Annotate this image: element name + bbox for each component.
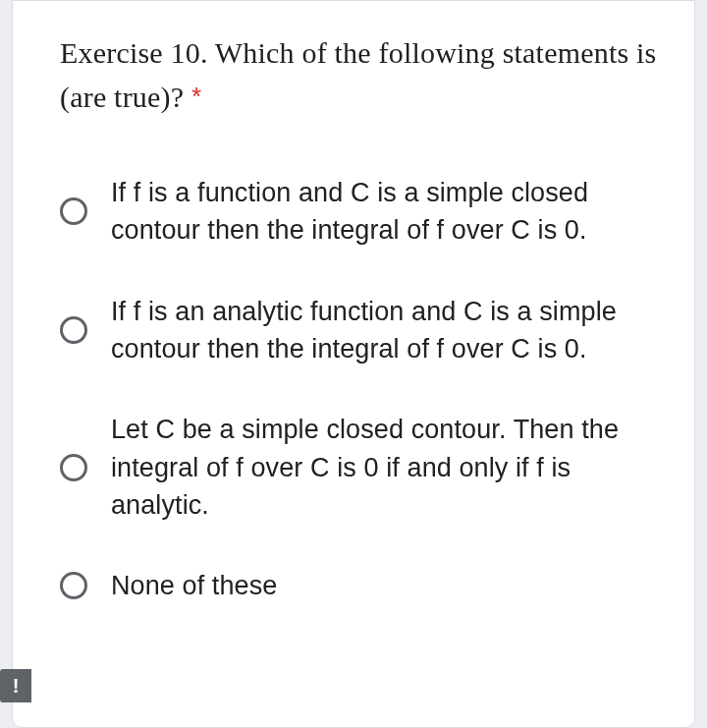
exclamation-glyph: ! [13, 676, 20, 696]
question-text: Exercise 10. Which of the following stat… [60, 36, 656, 113]
option-row-1[interactable]: If f is a function and C is a simple clo… [60, 174, 663, 250]
radio-button[interactable] [60, 316, 87, 344]
options-group: If f is a function and C is a simple clo… [60, 174, 663, 605]
required-asterisk: * [191, 82, 201, 111]
radio-button[interactable] [60, 572, 87, 599]
radio-button[interactable] [60, 197, 87, 225]
option-label: If f is an analytic function and C is a … [111, 293, 663, 368]
question-card: Exercise 10. Which of the following stat… [12, 0, 695, 728]
report-problem-icon[interactable]: ! [0, 669, 31, 702]
option-row-2[interactable]: If f is an analytic function and C is a … [60, 293, 663, 368]
option-label: Let C be a simple closed contour. Then t… [111, 411, 663, 524]
option-row-4[interactable]: None of these [60, 567, 663, 604]
option-label: None of these [111, 567, 277, 604]
question-title: Exercise 10. Which of the following stat… [60, 30, 663, 119]
option-label: If f is a function and C is a simple clo… [111, 174, 663, 250]
radio-button[interactable] [60, 454, 87, 481]
option-row-3[interactable]: Let C be a simple closed contour. Then t… [60, 411, 663, 524]
